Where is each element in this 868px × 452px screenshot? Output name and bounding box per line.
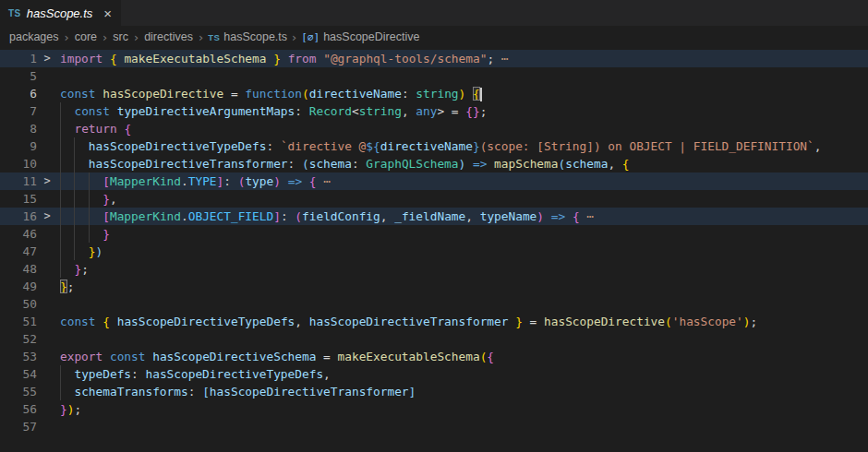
code-token <box>60 157 89 171</box>
folded-code-ellipsis[interactable]: ⋯ <box>586 209 594 223</box>
code-token: 'hasScope' <box>672 315 743 328</box>
line-number[interactable]: 49 <box>0 278 37 295</box>
line-number[interactable]: 9 <box>0 137 37 155</box>
code-line[interactable]: 10 hasScopeDirectiveTransformer: (schema… <box>0 155 868 172</box>
code-line-content[interactable]: typeDefs: hasScopeDirectiveTypeDefs, <box>57 365 868 383</box>
line-number[interactable]: 8 <box>0 120 37 137</box>
gutter: 56 <box>0 400 57 418</box>
code-token: } <box>102 227 110 241</box>
code-line[interactable]: 57 <box>0 418 868 435</box>
code-token <box>465 87 473 101</box>
code-line[interactable]: 6const hasScopeDirective = function(dire… <box>0 85 868 102</box>
line-number[interactable]: 5 <box>0 67 37 85</box>
line-number[interactable]: 57 <box>0 418 37 435</box>
line-number[interactable]: 53 <box>0 348 37 365</box>
code-line[interactable]: 55 schemaTransforms: [hasScopeDirectiveT… <box>0 383 868 400</box>
breadcrumb-item[interactable]: core <box>74 30 98 43</box>
line-number[interactable]: 54 <box>0 365 37 383</box>
code-line[interactable]: 49}; <box>0 278 868 295</box>
code-line[interactable]: 5 <box>0 67 868 85</box>
gutter: 10 <box>0 155 57 172</box>
code-line-content[interactable]: } <box>57 225 868 243</box>
line-number[interactable]: 52 <box>0 330 37 348</box>
line-number[interactable]: 15 <box>0 190 37 208</box>
breadcrumb-file[interactable]: TShasScope.ts <box>208 30 287 43</box>
code-line[interactable]: 48 }; <box>0 260 868 278</box>
code-line[interactable]: 54 typeDefs: hasScopeDirectiveTypeDefs, <box>0 365 868 383</box>
code-line-content[interactable] <box>57 418 868 435</box>
line-number[interactable]: 50 <box>0 295 37 313</box>
code-line[interactable]: 15 }, <box>0 190 868 208</box>
code-token: } <box>273 52 281 65</box>
code-token: => <box>551 209 565 223</box>
code-line-content[interactable]: hasScopeDirectiveTransformer: (schema: G… <box>57 155 868 172</box>
code-line[interactable]: 51const { hasScopeDirectiveTypeDefs, has… <box>0 313 868 330</box>
line-number[interactable]: 51 <box>0 313 37 330</box>
breadcrumb-symbol[interactable]: [∅]hasScopeDirective <box>301 30 419 43</box>
code-line-content[interactable] <box>57 330 868 348</box>
code-line-content[interactable]: }) <box>57 243 868 260</box>
tab-hasscope[interactable]: TS hasScope.ts × <box>0 0 121 26</box>
code-line-content[interactable]: }; <box>57 278 868 295</box>
code-line-content[interactable]: schemaTransforms: [hasScopeDirectiveTran… <box>57 383 868 400</box>
code-line-content[interactable]: [MapperKind.OBJECT_FIELD]: (fieldConfig,… <box>57 208 868 225</box>
code-line-content[interactable]: [MapperKind.TYPE]: (type) => { ⋯ <box>57 172 868 190</box>
folded-code-ellipsis[interactable]: ⋯ <box>501 52 509 65</box>
code-line[interactable]: 47 }) <box>0 243 868 260</box>
code-line[interactable]: 52 <box>0 330 868 348</box>
code-token: hasScopeDirectiveTransformer <box>89 157 288 171</box>
line-number[interactable]: 47 <box>0 243 37 260</box>
gutter: 52 <box>0 330 57 348</box>
code-line[interactable]: 50 <box>0 295 868 313</box>
fold-gutter <box>37 102 57 120</box>
line-number[interactable]: 46 <box>0 225 37 243</box>
line-number[interactable]: 7 <box>0 102 37 120</box>
fold-chevron-icon[interactable]: > <box>37 208 57 225</box>
code-line-content[interactable]: const typeDirectiveArgumentMaps: Record<… <box>57 102 868 120</box>
line-number[interactable]: 11 <box>0 172 37 190</box>
code-line-content[interactable]: }, <box>57 190 868 208</box>
folded-code-ellipsis[interactable]: ⋯ <box>323 174 331 188</box>
line-number[interactable]: 56 <box>0 400 37 418</box>
code-line[interactable]: 8 return { <box>0 120 868 137</box>
code-line-content[interactable] <box>57 295 868 313</box>
breadcrumb-item[interactable]: packages <box>8 30 60 43</box>
code-line-content[interactable]: const { hasScopeDirectiveTypeDefs, hasSc… <box>57 313 868 330</box>
code-line-content[interactable]: }); <box>57 400 868 418</box>
code-line[interactable]: 7 const typeDirectiveArgumentMaps: Recor… <box>0 102 868 120</box>
line-number[interactable]: 48 <box>0 260 37 278</box>
code-line-content[interactable]: export const hasScopeDirectiveSchema = m… <box>57 348 868 365</box>
code-line-content[interactable]: }; <box>57 260 868 278</box>
code-line[interactable]: 56}); <box>0 400 868 418</box>
code-line[interactable]: 1>import { makeExecutableSchema } from "… <box>0 50 868 67</box>
code-line[interactable]: 11> [MapperKind.TYPE]: (type) => { ⋯ <box>0 172 868 190</box>
code-line-content[interactable]: import { makeExecutableSchema } from "@g… <box>57 50 868 67</box>
code-editor[interactable]: 1>import { makeExecutableSchema } from "… <box>0 48 868 435</box>
fold-chevron-icon[interactable]: > <box>37 172 57 190</box>
line-number[interactable]: 6 <box>0 85 37 102</box>
code-token: ; <box>751 315 758 328</box>
gutter: 16> <box>0 208 57 225</box>
code-line[interactable]: 9 hasScopeDirectiveTypeDefs: `directive … <box>0 137 868 155</box>
fold-gutter <box>37 225 57 243</box>
line-number[interactable]: 16 <box>0 208 37 225</box>
line-number[interactable]: 55 <box>0 383 37 400</box>
code-line[interactable]: 53export const hasScopeDirectiveSchema =… <box>0 348 868 365</box>
code-line[interactable]: 46 } <box>0 225 868 243</box>
line-number[interactable]: 10 <box>0 155 37 172</box>
code-token <box>60 139 89 153</box>
code-token: fieldConfig <box>302 209 380 223</box>
breadcrumb-item[interactable]: directives <box>143 30 194 43</box>
code-line-content[interactable]: const hasScopeDirective = function(direc… <box>57 85 868 102</box>
code-line-content[interactable] <box>57 67 868 85</box>
code-token: from <box>288 52 317 65</box>
code-line-content[interactable]: return { <box>57 120 868 137</box>
code-line[interactable]: 16> [MapperKind.OBJECT_FIELD]: (fieldCon… <box>0 208 868 225</box>
code-line-content[interactable]: hasScopeDirectiveTypeDefs: `directive @$… <box>57 137 868 155</box>
code-token: ; <box>81 262 89 276</box>
line-number[interactable]: 1 <box>0 50 37 67</box>
chevron-right-icon: › <box>129 30 143 44</box>
close-icon[interactable]: × <box>103 6 112 20</box>
fold-chevron-icon[interactable]: > <box>37 50 57 67</box>
breadcrumb-item[interactable]: src <box>112 30 129 43</box>
